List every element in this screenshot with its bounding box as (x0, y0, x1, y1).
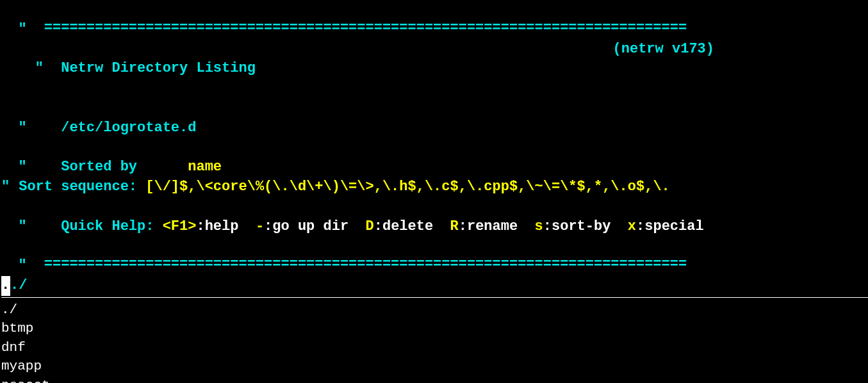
cursor-line[interactable]: ../ (1, 276, 868, 296)
quote-char: " (18, 20, 27, 40)
help-x-desc: :special (636, 218, 704, 234)
header-sorted-line: " Sorted by name (1, 138, 868, 178)
help-x-key: x (628, 218, 636, 234)
file-entry[interactable]: btmp (1, 319, 868, 338)
header-path-line: " /etc/logrotate.d (1, 99, 868, 138)
quote-char: " (18, 118, 27, 138)
help-dash-desc: :go up dir (264, 218, 348, 234)
header-help-line: " Quick Help: <F1>:help -:go up dir D:de… (1, 197, 868, 237)
quote-char: " (18, 256, 27, 276)
quote-char: " (1, 177, 10, 197)
quote-char: " (18, 217, 27, 237)
netrw-version: (netrw v173) (613, 40, 714, 99)
file-entry[interactable]: dnf (1, 338, 868, 357)
help-f1-desc: :help (196, 218, 238, 234)
sorted-by-label: Sorted by (61, 159, 137, 175)
file-entry[interactable]: myapp (1, 357, 868, 375)
split-divider (1, 297, 868, 298)
quote-char: " (35, 59, 44, 79)
sorted-by-value: name (188, 159, 222, 175)
dir-entry[interactable]: ./ (1, 300, 868, 319)
help-dash-key: - (256, 218, 264, 234)
header-title-line: " Netrw Directory Listing (netrw v173) (1, 40, 868, 99)
header-rule-bottom: " ======================================… (1, 237, 868, 277)
help-d-key: D (366, 218, 374, 234)
help-f1-key: <F1> (163, 218, 197, 234)
cursor-block: . (1, 276, 10, 296)
current-dir-entry[interactable]: ./ (10, 277, 27, 293)
quote-char: " (18, 158, 27, 177)
help-label: Quick Help: (61, 218, 154, 234)
current-path: /etc/logrotate.d (61, 120, 196, 136)
help-s-key: s (535, 218, 543, 234)
help-r-desc: :rename (459, 218, 518, 234)
help-s-desc: :sort-by (543, 218, 611, 234)
sort-seq-value: [\/]$,\<core\%(\.\d\+\)\=\>,\.h$,\.c$,\.… (145, 179, 670, 195)
header-rule-top: " ======================================… (1, 0, 868, 40)
file-entry[interactable]: psacct (1, 376, 868, 383)
help-r-key: R (450, 218, 459, 234)
sort-seq-label: Sort sequence: (19, 179, 137, 195)
header-sortseq-line: " Sort sequence: [\/]$,\<core\%(\.\d\+\)… (1, 177, 868, 197)
netrw-title: Netrw Directory Listing (61, 60, 256, 76)
help-d-desc: :delete (374, 218, 433, 234)
